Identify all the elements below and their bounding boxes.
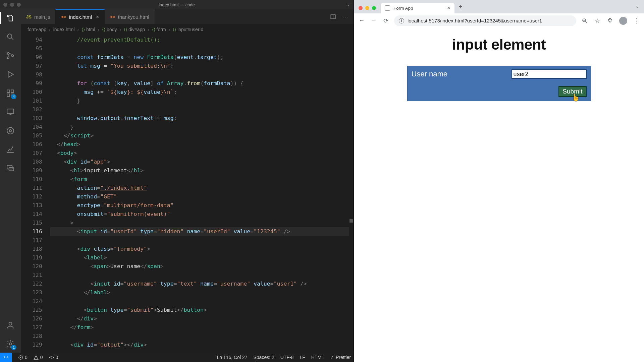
editor-tab[interactable]: JSmain.js bbox=[21, 9, 56, 24]
warnings-indicator[interactable]: 0 bbox=[34, 355, 43, 360]
chevron-right-icon: › bbox=[148, 27, 149, 32]
status-bar: 0 0 0 Ln 116, Col 27 Spaces: 2 UTF-8 LF … bbox=[0, 353, 354, 362]
eol-indicator[interactable]: LF bbox=[300, 355, 305, 360]
formatter-indicator[interactable]: ✓ Prettier bbox=[330, 355, 351, 360]
remote-explorer-icon[interactable] bbox=[6, 107, 15, 117]
breadcrumb-item[interactable]: index.html bbox=[53, 27, 75, 32]
new-tab-button[interactable]: + bbox=[459, 3, 463, 11]
svg-point-9 bbox=[7, 127, 14, 134]
vscode-window: index.html — code ⌄ 4 bbox=[0, 0, 354, 362]
editor-tab[interactable]: <>thankyou.html bbox=[105, 9, 155, 24]
run-debug-icon[interactable] bbox=[6, 70, 15, 79]
tab-label: thankyou.html bbox=[118, 14, 149, 20]
ports-indicator[interactable]: 0 bbox=[49, 355, 58, 360]
more-actions-icon[interactable]: ⋯ bbox=[342, 13, 348, 20]
overview-ruler[interactable] bbox=[349, 35, 354, 353]
zoom-icon[interactable] bbox=[581, 17, 588, 24]
indent-indicator[interactable]: Spaces: 2 bbox=[253, 355, 274, 360]
remote-indicator[interactable] bbox=[0, 353, 12, 362]
favicon-icon bbox=[385, 5, 390, 11]
svg-point-2 bbox=[7, 57, 9, 59]
page-heading: input element bbox=[452, 36, 546, 53]
graph-icon[interactable] bbox=[6, 145, 15, 154]
code-content[interactable]: //event.preventDefault(); const formData… bbox=[48, 35, 349, 353]
svg-rect-4 bbox=[7, 90, 10, 93]
breadcrumb-item[interactable]: ⟨⟩ html bbox=[82, 27, 95, 32]
tab-label: index.html bbox=[69, 14, 92, 20]
cursor-position[interactable]: Ln 116, Col 27 bbox=[217, 355, 247, 360]
breadcrumb-item[interactable]: ⟨⟩ body bbox=[102, 27, 117, 32]
svg-point-3 bbox=[12, 55, 13, 56]
file-type-icon: <> bbox=[110, 14, 115, 19]
activity-bar: 4 bbox=[0, 9, 21, 353]
back-button[interactable]: ← bbox=[358, 17, 365, 24]
bookmark-icon[interactable]: ☆ bbox=[594, 17, 601, 24]
traffic-lights[interactable] bbox=[3, 3, 21, 7]
settings-badge: 1 bbox=[11, 345, 16, 350]
file-type-icon: JS bbox=[26, 14, 32, 19]
submit-button[interactable]: Submit bbox=[558, 86, 586, 97]
settings-icon[interactable]: 1 bbox=[6, 339, 15, 349]
code-editor[interactable]: 9495969798991001011021031041051061071081… bbox=[21, 35, 354, 353]
search-icon[interactable] bbox=[6, 32, 15, 42]
extensions-icon[interactable]: 4 bbox=[6, 88, 15, 98]
traffic-lights[interactable] bbox=[359, 6, 376, 10]
language-indicator[interactable]: HTML bbox=[311, 355, 324, 360]
close-tab-icon[interactable]: × bbox=[447, 5, 450, 11]
file-type-icon: <> bbox=[61, 14, 66, 19]
site-info-icon[interactable]: i bbox=[399, 18, 404, 23]
window-title: index.html — code bbox=[159, 2, 195, 7]
comments-icon[interactable] bbox=[6, 164, 15, 173]
svg-point-10 bbox=[9, 130, 12, 132]
forward-button[interactable]: → bbox=[370, 17, 377, 24]
breadcrumb-item[interactable]: form-app bbox=[28, 27, 46, 32]
breadcrumb-item[interactable]: ⟨⟩ input#userId bbox=[173, 27, 203, 32]
account-icon[interactable] bbox=[6, 320, 15, 330]
svg-point-0 bbox=[7, 34, 12, 38]
breadcrumb-item[interactable]: ⟨⟩ div#app bbox=[124, 27, 145, 32]
editor-tabs: JSmain.js<>index.html×<>thankyou.html⋯ bbox=[21, 9, 354, 24]
testing-icon[interactable] bbox=[6, 126, 15, 135]
breadcrumb[interactable]: form-app›index.html›⟨⟩ html›⟨⟩ body›⟨⟩ d… bbox=[21, 24, 354, 35]
browser-tab[interactable]: Form App × bbox=[381, 3, 454, 13]
svg-rect-8 bbox=[7, 109, 14, 113]
url-text: localhost:5173/index.html?userId=123245&… bbox=[408, 18, 542, 23]
vscode-titlebar: index.html — code ⌄ bbox=[0, 0, 354, 9]
kebab-menu-icon[interactable]: ⋮ bbox=[633, 17, 640, 24]
extensions-puzzle-icon[interactable] bbox=[606, 17, 614, 24]
svg-rect-11 bbox=[7, 165, 12, 169]
editor-column: JSmain.js<>index.html×<>thankyou.html⋯ f… bbox=[21, 9, 354, 353]
split-editor-icon[interactable] bbox=[330, 14, 336, 20]
explorer-icon[interactable] bbox=[6, 13, 15, 23]
username-input[interactable] bbox=[512, 69, 587, 79]
address-bar[interactable]: i localhost:5173/index.html?userId=12324… bbox=[394, 15, 576, 26]
breadcrumb-item[interactable]: ⟨⟩ form bbox=[152, 27, 166, 32]
line-gutter: 9495969798991001011021031041051061071081… bbox=[21, 35, 48, 353]
tab-title: Form App bbox=[393, 6, 413, 11]
reload-button[interactable]: ⟳ bbox=[382, 17, 389, 24]
editor-tab[interactable]: <>index.html× bbox=[56, 9, 105, 24]
chevron-right-icon: › bbox=[77, 27, 79, 32]
chevron-right-icon: › bbox=[98, 27, 100, 32]
svg-point-14 bbox=[9, 343, 12, 345]
chevron-down-icon[interactable]: ⌄ bbox=[635, 3, 639, 9]
chevron-right-icon: › bbox=[119, 27, 121, 32]
tab-label: main.js bbox=[34, 14, 50, 20]
svg-rect-5 bbox=[7, 94, 10, 97]
profile-avatar[interactable] bbox=[619, 17, 627, 25]
chrome-window: Form App × + ⌄ ← → ⟳ i localhost:5173/in… bbox=[354, 0, 644, 362]
form-container: User name Submit bbox=[407, 66, 591, 101]
page-content: input element User name Submit bbox=[354, 28, 644, 362]
errors-indicator[interactable]: 0 bbox=[18, 355, 28, 360]
close-tab-icon[interactable]: × bbox=[96, 14, 99, 20]
svg-rect-7 bbox=[11, 90, 14, 93]
chevron-right-icon: › bbox=[169, 27, 170, 32]
svg-point-17 bbox=[51, 357, 52, 358]
source-control-icon[interactable] bbox=[6, 51, 15, 60]
chevron-down-icon[interactable]: ⌄ bbox=[347, 2, 350, 7]
extensions-badge: 4 bbox=[11, 94, 16, 99]
username-label: User name bbox=[412, 70, 448, 78]
chrome-toolbar: ← → ⟳ i localhost:5173/index.html?userId… bbox=[354, 13, 644, 28]
svg-point-1 bbox=[7, 53, 9, 54]
encoding-indicator[interactable]: UTF-8 bbox=[280, 355, 294, 360]
